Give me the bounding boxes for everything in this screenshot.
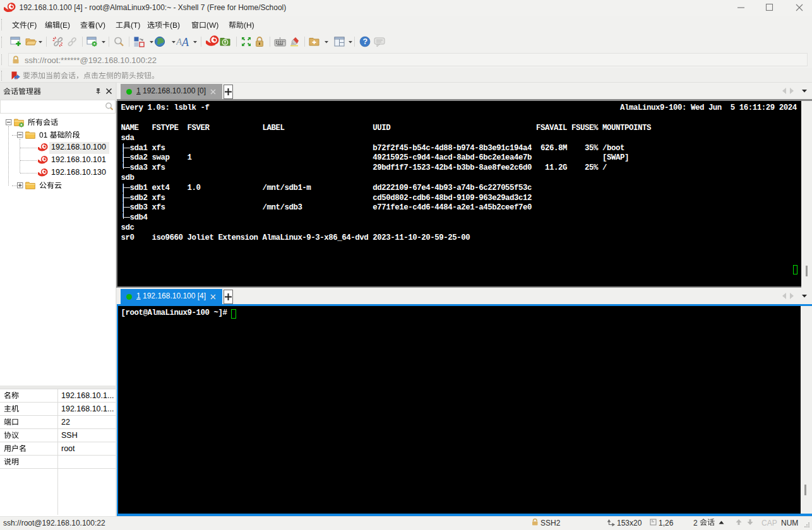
svg-text:A: A (181, 36, 189, 49)
svg-text:?: ? (363, 37, 368, 46)
